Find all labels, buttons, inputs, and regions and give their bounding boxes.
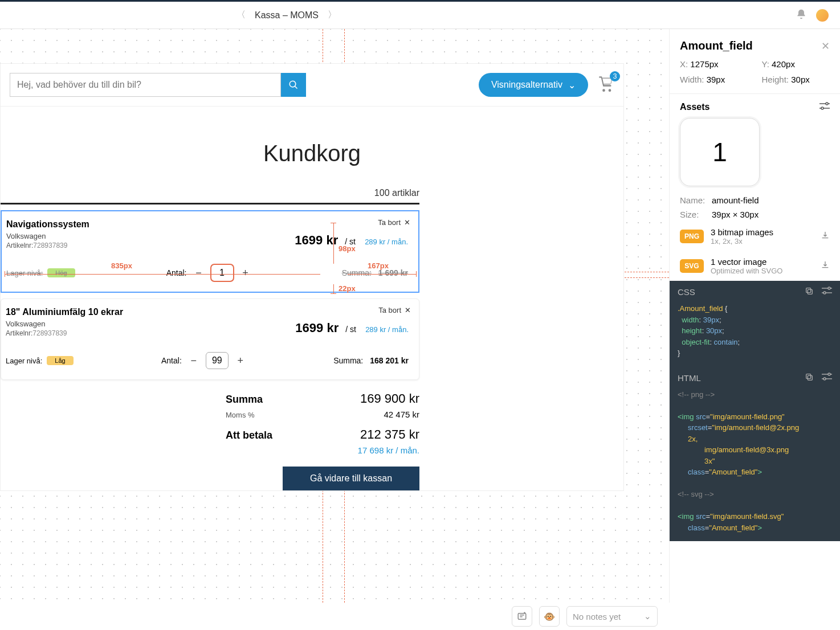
qty-label: Antal: (161, 356, 182, 365)
svg-point-15 (823, 378, 826, 380)
artboard: Visningsalternativ ⌄ 3 Kundkorg 100 arti… (0, 63, 624, 491)
search-icon (288, 80, 299, 90)
copy-css-button[interactable] (805, 287, 814, 297)
design-canvas[interactable]: Visningsalternativ ⌄ 3 Kundkorg 100 arti… (0, 29, 669, 603)
html-settings-button[interactable] (822, 373, 832, 383)
css-code[interactable]: .Amount_field { width: 39px; height: 30p… (670, 303, 840, 367)
svg-point-9 (823, 292, 826, 294)
metric-x: 1275px (690, 59, 718, 69)
view-options-label: Visningsalternativ (491, 80, 562, 90)
chevron-down-icon: ⌄ (568, 80, 576, 91)
qty-increase-button[interactable]: + (235, 355, 246, 367)
add-note-button[interactable] (512, 606, 532, 627)
amount-field[interactable] (206, 352, 229, 369)
close-icon: ✕ (404, 218, 410, 227)
qty-increase-button[interactable]: + (240, 267, 251, 279)
search-button[interactable] (281, 73, 306, 97)
metric-height: 30px (791, 75, 810, 84)
metric-y: 420px (772, 59, 795, 69)
pay-monthly: 17 698 kr / mån. (340, 445, 419, 455)
topbar: 〈 Kassa – MOMS 〉 (0, 0, 840, 28)
copy-html-button[interactable] (805, 373, 814, 383)
remove-label: Ta bort (378, 306, 401, 314)
cart-item[interactable]: Ta bort ✕ 18" Aluminiumfälg 10 ekrar Vol… (1, 298, 419, 380)
asset-name: amount-field (712, 195, 759, 205)
png-badge: PNG (680, 230, 704, 243)
qty-decrease-button[interactable]: − (189, 355, 199, 367)
bottom-bar: 🐵 No notes yet ⌄ (0, 603, 840, 630)
qty-decrease-button[interactable]: − (194, 267, 204, 279)
svg-rect-10 (808, 375, 812, 380)
item-sum: Summa: 1 699 kr (342, 268, 408, 277)
view-options-dropdown[interactable]: Visningsalternativ ⌄ (479, 73, 588, 97)
css-panel: CSS .Amount_field { width: 39px; height:… (670, 281, 840, 367)
svg-point-13 (828, 373, 830, 375)
svg-rect-11 (806, 374, 811, 378)
prev-screen-button[interactable]: 〈 (236, 9, 246, 21)
stock-pill-low: Låg (47, 356, 73, 365)
page-title: Kundkorg (1, 107, 623, 183)
notes-placeholder: No notes yet (573, 612, 621, 621)
assets-settings-icon[interactable] (819, 102, 830, 112)
svg-point-1 (826, 103, 828, 105)
asset-thumbnail[interactable]: 1 (680, 118, 760, 186)
remove-item-button[interactable]: Ta bort ✕ (378, 306, 411, 314)
svg-point-7 (828, 287, 830, 289)
item-name: 18" Aluminiumfälg 10 ekrar (6, 307, 409, 317)
article-count: 100 artiklar (1, 183, 419, 204)
html-panel-label: HTML (678, 373, 701, 383)
remove-label: Ta bort (378, 218, 401, 227)
stock-level: Lager nivå: Hög (6, 268, 75, 277)
assets-heading: Assets (680, 102, 709, 112)
item-price: 1699 kr / st 289 kr / mån. (295, 233, 408, 247)
css-panel-label: CSS (678, 287, 695, 297)
cart-badge: 3 (610, 71, 620, 81)
metric-width: 39px (707, 75, 725, 84)
svg-rect-4 (808, 289, 812, 294)
monkey-icon[interactable]: 🐵 (539, 606, 560, 627)
zeplin-logo-icon[interactable] (816, 9, 829, 22)
remove-item-button[interactable]: Ta bort ✕ (378, 218, 410, 227)
close-inspector-button[interactable]: ✕ (821, 40, 830, 52)
screen-title: Kassa – MOMS (255, 10, 319, 21)
notes-dropdown[interactable]: No notes yet ⌄ (566, 606, 658, 627)
asset-size: 39px × 30px (712, 210, 759, 219)
cart-item[interactable]: Ta bort ✕ Navigationssystem Volkswagen A… (1, 210, 419, 293)
download-svg-button[interactable] (821, 260, 830, 272)
next-screen-button[interactable]: 〉 (328, 9, 337, 21)
asset-row-png: PNG 3 bitmap images 1x, 2x, 3x (670, 222, 840, 251)
moms-label: Moms % (226, 411, 294, 419)
sum-value: 169 900 kr (340, 391, 419, 406)
cart-button[interactable]: 3 (597, 76, 614, 94)
svg-point-3 (821, 107, 823, 109)
amount-field[interactable] (211, 264, 234, 281)
pay-label: Att betala (226, 429, 294, 441)
totals: Summa 169 900 kr Moms % 42 475 kr Att be… (1, 380, 419, 490)
css-settings-button[interactable] (822, 287, 832, 297)
html-code[interactable]: <!-- png --> <img src="img/amount-field.… (670, 389, 840, 542)
item-sum: Summa: 168 201 kr (333, 356, 409, 365)
qty-label: Antal: (166, 268, 187, 277)
svg-rect-5 (806, 288, 811, 293)
close-icon: ✕ (405, 306, 411, 314)
item-price: 1699 kr / st 289 kr / mån. (295, 321, 409, 335)
item-name: Navigationssystem (6, 219, 408, 230)
search-input[interactable] (10, 73, 281, 97)
selected-layer-name: Amount_field (680, 39, 753, 52)
stock-level: Lager nivå: Låg (6, 356, 74, 365)
svg-badge: SVG (680, 259, 704, 273)
notifications-icon[interactable] (796, 9, 807, 22)
chevron-down-icon: ⌄ (644, 611, 651, 621)
pay-value: 212 375 kr (340, 427, 419, 442)
asset-row-svg: SVG 1 vector image Optimized with SVGO (670, 251, 840, 281)
sum-label: Summa (226, 394, 294, 406)
moms-value: 42 475 kr (340, 410, 419, 419)
html-panel: HTML <!-- png --> <img src="img/amount-f… (670, 367, 840, 542)
download-png-button[interactable] (821, 231, 830, 242)
checkout-button[interactable]: Gå vidare till kassan (283, 467, 419, 490)
stock-pill-high: Hög (47, 268, 75, 277)
inspector-panel: Amount_field ✕ X: 1275px Y: 420px Width:… (669, 29, 840, 603)
search-box (10, 73, 306, 97)
